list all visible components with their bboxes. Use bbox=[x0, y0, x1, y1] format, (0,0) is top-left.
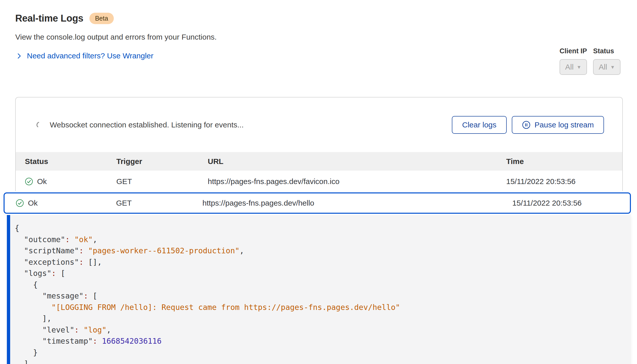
expanded-log-detail: { "outcome": "ok", "scriptName": "pages-… bbox=[7, 215, 631, 364]
page-subtitle: View the console.log output and errors f… bbox=[15, 33, 217, 41]
filters: Client IP All ▼ Status All ▼ bbox=[560, 47, 620, 75]
selected-log-row[interactable]: Ok GET https://pages-fns.pages.dev/hello… bbox=[4, 192, 631, 214]
column-header-url: URL bbox=[208, 157, 506, 166]
column-header-time: Time bbox=[506, 157, 613, 166]
time-cell: 15/11/2022 20:53:56 bbox=[506, 177, 613, 186]
pause-icon bbox=[522, 121, 531, 129]
chevron-right-icon bbox=[15, 52, 23, 60]
url-cell: https://pages-fns.pages.dev/hello bbox=[202, 199, 512, 207]
table-header: Status Trigger URL Time bbox=[16, 152, 622, 171]
status-filter-value: All bbox=[599, 63, 607, 71]
status-dropdown[interactable]: All ▼ bbox=[593, 59, 620, 75]
caret-down-icon: ▼ bbox=[610, 64, 615, 70]
log-detail-json: { "outcome": "ok", "scriptName": "pages-… bbox=[15, 223, 620, 364]
check-circle-icon bbox=[16, 199, 24, 207]
pause-log-stream-label: Pause log stream bbox=[535, 121, 594, 129]
client-ip-label: Client IP bbox=[560, 47, 587, 55]
websocket-status: Websocket connection established. Listen… bbox=[50, 121, 244, 129]
wrangler-link[interactable]: Need advanced filters? Use Wrangler bbox=[15, 52, 217, 60]
pause-log-stream-button[interactable]: Pause log stream bbox=[512, 116, 604, 134]
trigger-cell: GET bbox=[116, 199, 202, 207]
column-header-trigger: Trigger bbox=[116, 157, 208, 166]
status-cell: Ok bbox=[25, 177, 116, 186]
status-text: Ok bbox=[28, 199, 38, 207]
url-cell: https://pages-fns.pages.dev/favicon.ico bbox=[208, 177, 506, 186]
trigger-cell: GET bbox=[116, 177, 208, 186]
client-ip-value: All bbox=[565, 63, 574, 71]
status-text: Ok bbox=[37, 177, 47, 186]
status-filter-label: Status bbox=[593, 47, 620, 55]
status-cell: Ok bbox=[16, 199, 116, 207]
wrangler-link-label[interactable]: Need advanced filters? Use Wrangler bbox=[27, 52, 153, 60]
status-filter: Status All ▼ bbox=[593, 47, 620, 75]
client-ip-dropdown[interactable]: All ▼ bbox=[560, 59, 587, 75]
beta-badge: Beta bbox=[89, 13, 114, 24]
check-circle-icon bbox=[25, 177, 33, 186]
page-title: Real-time Logs bbox=[15, 13, 83, 24]
log-table-row[interactable]: Ok GET https://pages-fns.pages.dev/favic… bbox=[16, 171, 622, 192]
spinner-icon bbox=[36, 121, 43, 128]
clear-logs-label: Clear logs bbox=[462, 121, 496, 129]
clear-logs-button[interactable]: Clear logs bbox=[452, 116, 506, 134]
column-header-status: Status bbox=[25, 157, 116, 166]
time-cell: 15/11/2022 20:53:56 bbox=[512, 199, 621, 207]
client-ip-filter: Client IP All ▼ bbox=[560, 47, 587, 75]
page-header: Real-time Logs Beta View the console.log… bbox=[15, 13, 217, 60]
caret-down-icon: ▼ bbox=[577, 64, 581, 70]
